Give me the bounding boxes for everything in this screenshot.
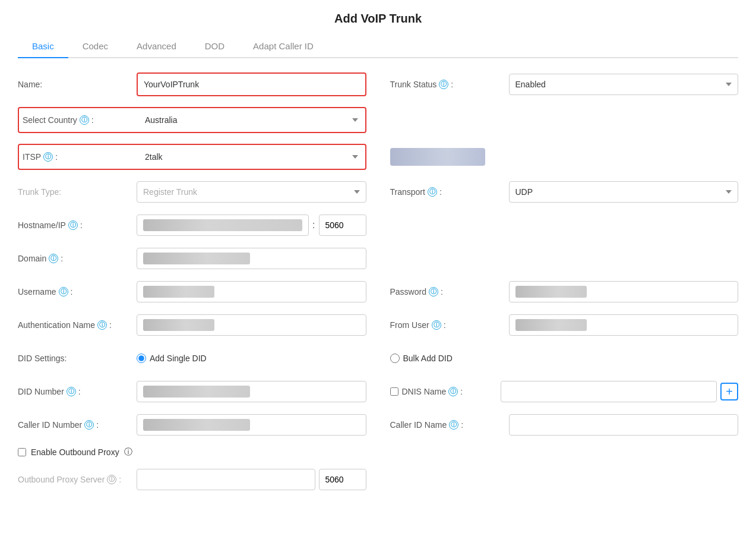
password-label: Password ⓘ : — [390, 287, 509, 296]
dnis-input[interactable] — [501, 381, 717, 402]
did-number-input-wrapper[interactable] — [137, 381, 366, 402]
itsp-label: ITSP ⓘ : — [20, 152, 139, 162]
caller-id-number-input-wrapper[interactable] — [137, 414, 366, 436]
dnis-row: DNIS Name ⓘ : + — [390, 380, 739, 403]
hostname-blurred — [143, 219, 302, 231]
enable-outbound-proxy-row: Enable Outbound Proxy ⓘ — [18, 447, 738, 458]
did-number-row: DID Number ⓘ : — [18, 380, 366, 403]
transport-select[interactable]: UDP TCP TLS — [509, 181, 739, 203]
outbound-proxy-info-icon[interactable]: ⓘ — [107, 475, 116, 484]
auth-name-blurred — [143, 319, 214, 331]
caller-id-name-input[interactable] — [509, 414, 739, 436]
tabs-container: Basic Codec Advanced DOD Adapt Caller ID — [18, 35, 738, 58]
from-user-row: From User ⓘ : — [390, 314, 739, 336]
domain-input-wrapper[interactable] — [137, 248, 366, 269]
did-bulk-option[interactable]: Bulk Add DID — [390, 354, 453, 363]
trunk-status-label: Trunk Status ⓘ : — [390, 80, 509, 89]
hostname-port-input[interactable] — [319, 215, 366, 236]
from-user-blurred — [515, 319, 587, 331]
form-container: Name: Trunk Status ⓘ : Enabled Disabled … — [18, 72, 738, 501]
auth-name-input-wrapper[interactable] — [137, 314, 366, 336]
password-blurred — [515, 286, 587, 298]
domain-blurred — [143, 253, 250, 264]
did-single-option[interactable]: Add Single DID — [137, 354, 207, 363]
password-info-icon[interactable]: ⓘ — [429, 287, 438, 296]
tab-advanced[interactable]: Advanced — [122, 35, 191, 57]
caller-id-name-info-icon[interactable]: ⓘ — [449, 420, 458, 430]
outbound-proxy-row: Outbound Proxy Server ⓘ : — [18, 468, 366, 491]
enable-outbound-proxy-checkbox[interactable] — [18, 448, 26, 456]
username-label: Username ⓘ : — [18, 287, 137, 296]
trunk-status-info-icon[interactable]: ⓘ — [439, 80, 448, 89]
tab-adapt-caller-id[interactable]: Adapt Caller ID — [239, 35, 328, 57]
dnis-info-icon[interactable]: ⓘ — [448, 387, 458, 396]
did-bulk-radio[interactable] — [390, 354, 400, 363]
caller-id-number-label: Caller ID Number ⓘ : — [18, 420, 137, 430]
caller-id-number-blurred — [143, 419, 250, 431]
username-blurred — [143, 286, 214, 298]
hostname-label: Hostname/IP ⓘ : — [18, 220, 137, 230]
outbound-proxy-input[interactable] — [137, 469, 315, 490]
dnis-label: DNIS Name ⓘ : — [402, 387, 497, 396]
caller-id-number-info-icon[interactable]: ⓘ — [84, 420, 94, 430]
tab-dod[interactable]: DOD — [191, 35, 239, 57]
name-input[interactable] — [138, 74, 254, 95]
outbound-proxy-row-right-empty — [390, 468, 739, 491]
trunk-status-row: Trunk Status ⓘ : Enabled Disabled — [390, 72, 739, 96]
row5-right-empty — [390, 214, 739, 236]
outbound-proxy-port-input[interactable] — [319, 469, 366, 490]
tab-basic[interactable]: Basic — [18, 35, 68, 58]
itsp-select[interactable]: 2talk Other — [139, 146, 364, 168]
add-did-button[interactable]: + — [720, 383, 738, 400]
outbound-proxy-port-group — [137, 469, 366, 490]
itsp-blurred-row — [390, 144, 739, 170]
did-settings-row: DID Settings: Add Single DID — [18, 347, 366, 370]
did-bulk-option-wrapper: Bulk Add DID — [390, 354, 453, 363]
domain-row: Domain ⓘ : — [18, 247, 366, 270]
itsp-blurred-info — [390, 148, 485, 166]
dnis-wrapper: DNIS Name ⓘ : + — [390, 381, 739, 402]
caller-id-name-label: Caller ID Name ⓘ : — [390, 420, 509, 430]
trunk-type-select[interactable]: Register Trunk Peer Trunk — [137, 181, 366, 203]
hostname-port-group: : — [137, 215, 366, 236]
auth-name-label: Authentication Name ⓘ : — [18, 320, 137, 330]
from-user-label: From User ⓘ : — [390, 320, 509, 330]
password-input-wrapper[interactable] — [509, 281, 739, 302]
trunk-type-row: Trunk Type: Register Trunk Peer Trunk — [18, 181, 366, 203]
transport-info-icon[interactable]: ⓘ — [428, 187, 437, 197]
did-number-blurred — [143, 386, 250, 398]
hostname-input-wrapper — [137, 215, 309, 236]
row2-right-empty — [390, 107, 739, 133]
username-info-icon[interactable]: ⓘ — [59, 287, 68, 296]
from-user-info-icon[interactable]: ⓘ — [432, 320, 441, 330]
did-single-radio[interactable] — [137, 354, 146, 363]
trunk-type-label: Trunk Type: — [18, 187, 137, 197]
itsp-info-icon[interactable]: ⓘ — [43, 152, 53, 162]
auth-name-row: Authentication Name ⓘ : — [18, 314, 366, 336]
did-settings-options: Add Single DID — [137, 354, 207, 363]
select-country-row: Select Country ⓘ : Australia United Stat… — [18, 107, 366, 133]
did-number-label: DID Number ⓘ : — [18, 387, 137, 396]
name-label: Name: — [18, 80, 137, 89]
did-number-info-icon[interactable]: ⓘ — [67, 387, 76, 396]
enable-outbound-proxy-label: Enable Outbound Proxy — [31, 447, 119, 457]
transport-row: Transport ⓘ : UDP TCP TLS — [390, 181, 739, 203]
name-row: Name: — [18, 72, 366, 96]
dnis-checkbox[interactable] — [390, 387, 398, 396]
caller-id-name-row: Caller ID Name ⓘ : — [390, 414, 739, 436]
select-country-select[interactable]: Australia United States United Kingdom — [139, 109, 364, 131]
domain-info-icon[interactable]: ⓘ — [49, 254, 58, 263]
password-row: Password ⓘ : — [390, 280, 739, 303]
row6-right-empty — [390, 247, 739, 270]
select-country-label: Select Country ⓘ : — [20, 115, 139, 125]
auth-name-info-icon[interactable]: ⓘ — [97, 320, 107, 330]
username-input-wrapper[interactable] — [137, 281, 366, 302]
select-country-info-icon[interactable]: ⓘ — [80, 115, 89, 125]
trunk-status-select[interactable]: Enabled Disabled — [509, 74, 739, 95]
enable-outbound-proxy-info-icon[interactable]: ⓘ — [124, 447, 132, 458]
tab-codec[interactable]: Codec — [68, 35, 122, 57]
page-title: Add VoIP Trunk — [18, 12, 738, 26]
from-user-input-wrapper[interactable] — [509, 314, 739, 336]
hostname-info-icon[interactable]: ⓘ — [68, 220, 78, 230]
outbound-proxy-label: Outbound Proxy Server ⓘ : — [18, 475, 137, 484]
